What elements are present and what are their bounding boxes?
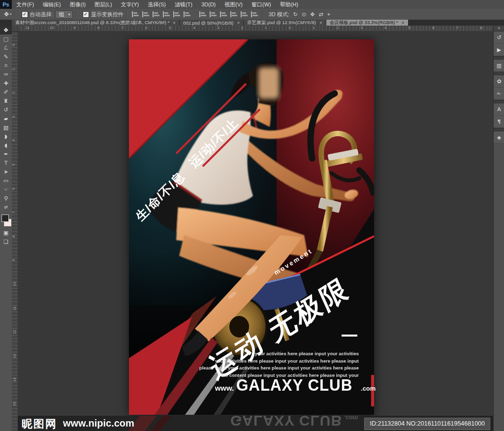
tab-label: 会议模板.psd @ 33.3%(RGB/8) * xyxy=(330,20,398,26)
align-icon[interactable] xyxy=(184,11,191,17)
menu-item-h[interactable]: 帮助(H) xyxy=(276,0,303,9)
nipic-url: www.nipic.com xyxy=(63,418,134,429)
ruler-number: 2 xyxy=(337,26,339,30)
shape-tool[interactable]: ▭ xyxy=(0,176,12,185)
nipic-logo: 昵图网 xyxy=(22,417,57,431)
3d-orbit-icon[interactable]: ↻ xyxy=(293,11,298,18)
menu-item-t[interactable]: 滤镜(T) xyxy=(170,0,197,9)
character-panel-icon[interactable]: A xyxy=(494,103,504,116)
ruler-number: 11 xyxy=(12,306,17,310)
healing-brush-tool[interactable]: ✚ xyxy=(0,79,12,88)
tab-close-icon[interactable]: × xyxy=(173,20,176,26)
ruler-number: 11 xyxy=(26,26,30,30)
document-tab-4[interactable]: 会议模板.psd @ 33.3%(RGB/8) *× xyxy=(326,20,409,26)
actions-panel-icon[interactable]: ▶ xyxy=(494,44,504,56)
menu-item-w[interactable]: 窗口(W) xyxy=(247,0,276,9)
menu-item-s[interactable]: 选择(S) xyxy=(143,0,170,9)
ruler-number: 8 xyxy=(97,26,99,30)
quick-selection-tool[interactable]: ✎ xyxy=(0,52,12,61)
screen-mode-button[interactable]: ❏ xyxy=(0,237,12,246)
paragraph-panel-icon[interactable]: ¶ xyxy=(494,116,504,128)
layer-comps-panel-icon[interactable]: ▥ xyxy=(494,60,504,72)
3d-mode-icons: ↻⊙✥⇄⌖ xyxy=(291,11,332,18)
collapse-panels-button[interactable]: « xyxy=(494,26,504,31)
tab-close-icon[interactable]: × xyxy=(237,20,240,26)
zoom-tool[interactable]: ⚲ xyxy=(0,194,12,203)
dodge-tool[interactable]: ◖ xyxy=(0,141,12,150)
align-icon[interactable] xyxy=(220,11,227,17)
history-brush-tool[interactable]: ↺ xyxy=(0,105,12,114)
auto-select-checkbox[interactable]: ✓ xyxy=(22,11,28,18)
ruler-number: 1 xyxy=(313,26,315,30)
tab-close-icon[interactable]: × xyxy=(402,20,405,26)
move-tool[interactable]: ✥ xyxy=(0,26,12,34)
menu-item-i[interactable]: 图像(I) xyxy=(65,0,90,9)
brush-tool[interactable]: ✐ xyxy=(0,88,12,96)
tab-label: 002.psd @ 50%(RGB/8) xyxy=(183,20,234,26)
align-icon[interactable] xyxy=(199,11,207,17)
face-blur xyxy=(258,67,279,99)
color-swatches[interactable] xyxy=(0,214,12,228)
lasso-tool[interactable]: ℒ xyxy=(0,43,12,52)
poster-document[interactable]: 生/命/不/息 运/动/不/止 movement 运动 无极限 your act… xyxy=(129,39,374,415)
tab-close-icon[interactable]: × xyxy=(319,20,322,26)
type-tool[interactable]: T xyxy=(0,158,12,167)
hand-tool[interactable]: ☜ xyxy=(0,185,12,194)
3d-roll-icon[interactable]: ⊙ xyxy=(302,11,306,18)
swap-colors-icon[interactable]: ⇄ xyxy=(0,203,12,212)
document-tab-3[interactable]: 茶艺展架.psd @ 12.5%(CMYK/8)× xyxy=(244,20,326,26)
3d-pan-icon[interactable]: ✥ xyxy=(310,11,315,18)
align-icon[interactable] xyxy=(142,11,150,17)
ruler-origin[interactable] xyxy=(12,26,18,31)
menu-item-l[interactable]: 图层(L) xyxy=(90,0,116,9)
pen-tool[interactable]: ✒ xyxy=(0,150,12,158)
menu-item-y[interactable]: 文字(Y) xyxy=(117,0,144,9)
align-icon[interactable] xyxy=(241,11,248,17)
ruler-number: 12 xyxy=(12,330,17,334)
align-icon[interactable] xyxy=(251,11,258,17)
align-icon[interactable] xyxy=(163,11,170,17)
document-tab-2[interactable]: 002.psd @ 50%(RGB/8)× xyxy=(180,20,244,26)
ruler-number: 10 xyxy=(50,26,54,30)
ruler-number: 3 xyxy=(360,26,362,30)
align-icon[interactable] xyxy=(132,11,139,17)
ruler-number: 5 xyxy=(409,26,410,30)
canvas-area[interactable]: 生/命/不/息 运/动/不/止 movement 运动 无极限 your act… xyxy=(18,31,493,431)
poster-body-line: please input your activities here please… xyxy=(156,365,359,372)
brush-settings-panel-icon[interactable]: ✁ xyxy=(494,88,504,100)
path-selection-tool[interactable]: ➤ xyxy=(0,167,12,176)
document-tab-1[interactable]: 素材中国sccnn.com_201608011048.psd @ 8.33%(图… xyxy=(12,20,180,26)
poster-dash xyxy=(342,335,357,337)
brush-presets-panel-icon[interactable]: ✿ xyxy=(494,75,504,88)
crop-tool[interactable]: ⌗ xyxy=(0,61,12,70)
clone-stamp-tool[interactable]: ♜ xyxy=(0,96,12,105)
align-icon[interactable] xyxy=(173,11,181,17)
blur-tool[interactable]: ◗ xyxy=(0,132,12,141)
show-transform-label: 显示变换控件 xyxy=(91,11,124,18)
eyedropper-tool[interactable]: ✑ xyxy=(0,70,12,79)
marquee-tool[interactable]: ▢ xyxy=(0,34,12,43)
align-icon[interactable] xyxy=(153,11,160,17)
quick-mask-button[interactable]: ▣ xyxy=(0,228,12,237)
3d-mode-label: 3D 模式: xyxy=(269,11,289,18)
align-icon[interactable] xyxy=(230,11,238,17)
align-icon[interactable] xyxy=(210,11,217,17)
history-panel-icon[interactable]: ↺ xyxy=(494,31,504,44)
ruler-number: 5 xyxy=(11,163,16,165)
show-transform-checkbox[interactable]: ✓ xyxy=(83,11,89,18)
menu-item-f[interactable]: 文件(F) xyxy=(12,0,38,9)
options-bar: ✥ ▾ ✓ 自动选择: 组 ▾ ✓ 显示变换控件 3D 模式: ↻⊙✥⇄⌖ xyxy=(0,9,504,20)
menu-item-dd[interactable]: 3D(D) xyxy=(197,0,220,9)
tool-preset-arrow-icon[interactable]: ▾ xyxy=(10,12,12,16)
3d-slide-icon[interactable]: ⇄ xyxy=(319,11,323,18)
gradient-tool[interactable]: ▧ xyxy=(0,123,12,132)
3d-panel-icon[interactable]: ◈ xyxy=(494,131,504,144)
menu-item-v[interactable]: 视图(V) xyxy=(220,0,247,9)
3d-scale-icon[interactable]: ⌖ xyxy=(327,11,330,18)
eraser-tool[interactable]: ▰ xyxy=(0,114,12,123)
menu-item-e[interactable]: 编辑(E) xyxy=(38,0,65,9)
auto-select-dropdown[interactable]: 组 ▾ xyxy=(55,10,73,19)
separator xyxy=(15,10,16,18)
foreground-color-swatch[interactable] xyxy=(1,215,9,222)
auto-select-value: 组 xyxy=(59,11,64,18)
